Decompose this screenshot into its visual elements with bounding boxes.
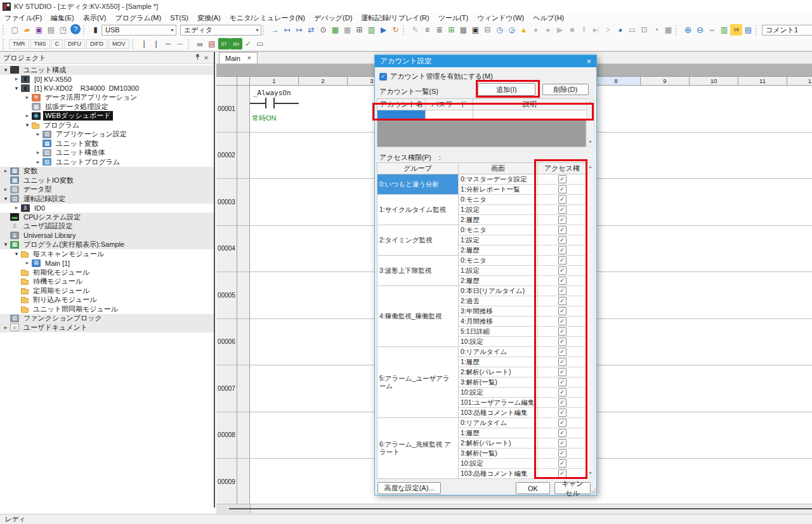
screen-cell[interactable]: 0:リアルタイム [459, 347, 538, 357]
expander-closed-icon[interactable]: ▸ [13, 76, 20, 82]
screen-cell[interactable]: 3:年間推移 [459, 306, 538, 317]
tree-item[interactable]: ▾毎スキャンモジュール [0, 249, 214, 259]
read-from-plc-icon[interactable]: ↤ [281, 24, 293, 36]
group-cell[interactable]: 0:いつもと違う分析 [377, 174, 459, 195]
group-cell[interactable]: 2:タイミング監視 [377, 225, 459, 256]
expander-closed-icon[interactable]: ▸ [23, 113, 31, 119]
menu-item-5[interactable]: 変換(A) [193, 13, 225, 23]
tree-item[interactable]: 割り込みモジュール [0, 296, 214, 305]
tree-item[interactable]: ▸◉WEBダッシュボード [0, 112, 214, 121]
replay-db-icon[interactable]: ◕ [614, 24, 626, 36]
tree-item[interactable]: ▸▥ユニットプログラム [0, 157, 214, 167]
ladder-insert-icon[interactable]: ⊞ [445, 24, 457, 36]
window-layout-icon[interactable]: ▭ [254, 38, 266, 49]
stop-icon[interactable]: ■ [566, 24, 578, 36]
screen-cell[interactable]: 2:履歴 [459, 246, 538, 256]
screen-cell[interactable]: 103:品種コメント編集 [459, 469, 538, 479]
set-h-icon[interactable]: SH [230, 38, 242, 49]
rung-number[interactable]: 00006 [216, 319, 237, 365]
access-table-header[interactable]: 画面 [459, 163, 538, 174]
tree-item[interactable]: ▸▤ユニット構造体 [0, 148, 214, 158]
expander-closed-icon[interactable]: ▸ [23, 95, 31, 100]
export-doc-icon[interactable]: ▤ [206, 38, 218, 49]
screen-cell[interactable]: 1:履歴 [459, 428, 538, 438]
find-binoculars-icon[interactable]: ∞ [194, 38, 206, 49]
tree-item[interactable]: ▸▮[0] KV-X550 [0, 75, 214, 84]
rung-number[interactable]: 00003 [216, 179, 237, 225]
rung-number[interactable]: 00004 [216, 226, 237, 272]
screen-cell[interactable]: 0:モニタ [459, 225, 538, 235]
instruction-button-mov[interactable]: MOV [108, 39, 129, 49]
tree-item[interactable]: ▾▮[1] KV-XD02 R34000 DM10300 [0, 84, 214, 93]
tree-item[interactable]: ▸▦変数 [0, 167, 214, 176]
monitor-gray-icon[interactable]: ▦ [341, 24, 353, 36]
no-contact-icon[interactable] [265, 98, 266, 108]
help-icon[interactable]: ? [70, 24, 81, 34]
drag-tool-icon[interactable]: ⊟ [481, 24, 494, 36]
screen-cell[interactable]: 0:マスターデータ設定 [459, 174, 538, 185]
screen-cell[interactable]: 101:ユーザアラーム編集 [459, 398, 538, 408]
outline-view-icon[interactable]: ≣ [433, 24, 445, 36]
tree-item[interactable]: ▾プログラム [0, 121, 214, 130]
close-icon[interactable]: × [202, 54, 211, 62]
menu-item-3[interactable]: プログラム(M) [110, 13, 166, 23]
instruction-button-difd[interactable]: DIFD [86, 39, 107, 49]
expander-open-icon[interactable]: ▾ [23, 122, 31, 128]
menu-item-4[interactable]: ST(S) [166, 13, 193, 22]
rung-number[interactable]: 00001 [216, 86, 237, 132]
screen-cell[interactable]: 103:品種コメント編集 [459, 408, 538, 418]
ok-button[interactable]: OK [516, 482, 550, 494]
screen-cell[interactable]: 0:モニタ [459, 195, 538, 205]
screen-cell[interactable]: 2:解析(パレート) [459, 438, 538, 449]
menu-item-10[interactable]: ウィンドウ(W) [473, 13, 528, 23]
menu-item-2[interactable]: 表示(V) [79, 13, 111, 23]
tree-item[interactable]: 初期化モジュール [0, 268, 214, 277]
menu-item-1[interactable]: 編集(E) [46, 13, 79, 23]
tree-item[interactable]: ▸▮ID0 [0, 204, 214, 213]
tree-item[interactable]: ▩ユニットIO変数 [0, 176, 214, 185]
no-contact-icon[interactable] [273, 98, 275, 108]
expander-open-icon[interactable]: ▾ [2, 67, 10, 73]
error-warning-icon[interactable]: ▲ [518, 24, 530, 36]
scroll-down-icon[interactable]: ▼ [587, 469, 594, 477]
screen-run-icon[interactable]: ▶ [377, 24, 390, 36]
find-in-project-icon[interactable]: ⊙ [317, 24, 329, 36]
list-view-icon[interactable]: ≡ [421, 24, 433, 36]
contact-vline2-icon[interactable]: | [150, 38, 162, 49]
tree-item[interactable]: ▾▤運転記録設定 [0, 194, 214, 204]
skip-icon[interactable]: > [602, 24, 614, 36]
expander-open-icon[interactable]: ▾ [13, 251, 20, 257]
menu-item-9[interactable]: ツール(T) [434, 13, 473, 23]
scroll-down-icon[interactable]: ▼ [587, 138, 594, 146]
print-icon[interactable]: ▤ [45, 24, 57, 36]
tab-close-icon[interactable]: × [247, 55, 251, 62]
fit-width-icon[interactable]: ⇔ [706, 24, 718, 36]
screen-cell[interactable]: 3:解析(一覧) [459, 377, 538, 388]
pin-icon[interactable] [193, 54, 202, 62]
tree-item[interactable]: ♙ユーザ認証設定 [0, 222, 214, 232]
dialog-close-icon[interactable]: × [586, 57, 591, 65]
copy-screen-icon[interactable]: ⊡ [638, 24, 650, 36]
rung-number[interactable]: 00009 [216, 459, 237, 505]
screen-cell[interactable]: 10:設定 [459, 337, 538, 347]
menu-item-6[interactable]: モニタ/シミュレータ(N) [225, 13, 310, 23]
tree-item[interactable]: ▥ファンクションブロック [0, 314, 214, 324]
instruction-button-c[interactable]: C [51, 39, 63, 49]
transfer-to-plc-icon[interactable]: → [269, 24, 281, 36]
tree-item[interactable]: ▸▥データ型 [0, 185, 214, 195]
tree-item[interactable]: ▸≋データ活用アプリケーション [0, 93, 214, 103]
tree-item[interactable]: ユニット間同期モジュール [0, 305, 214, 314]
rung-number[interactable]: 00002 [216, 133, 237, 179]
menu-item-7[interactable]: デバッグ(D) [310, 13, 357, 23]
save-icon[interactable]: ▣ [33, 24, 45, 36]
watch-clock-icon[interactable]: ◷ [494, 24, 506, 36]
group-cell[interactable]: 4:稼働監視_稼働監視 [377, 286, 459, 347]
tree-item[interactable]: ▾ユニット構成 [0, 65, 214, 75]
screen-cell[interactable]: 1:履歴 [459, 357, 538, 367]
expander-closed-icon[interactable]: ▸ [23, 260, 31, 266]
tab-main[interactable]: Main × [219, 52, 258, 63]
access-table-header[interactable]: グループ [377, 163, 459, 174]
group-cell[interactable]: 5:アラーム_ユーザアラーム [377, 347, 459, 418]
expander-closed-icon[interactable]: ▸ [2, 325, 10, 331]
draw-hline-icon[interactable]: ─ [162, 38, 174, 49]
